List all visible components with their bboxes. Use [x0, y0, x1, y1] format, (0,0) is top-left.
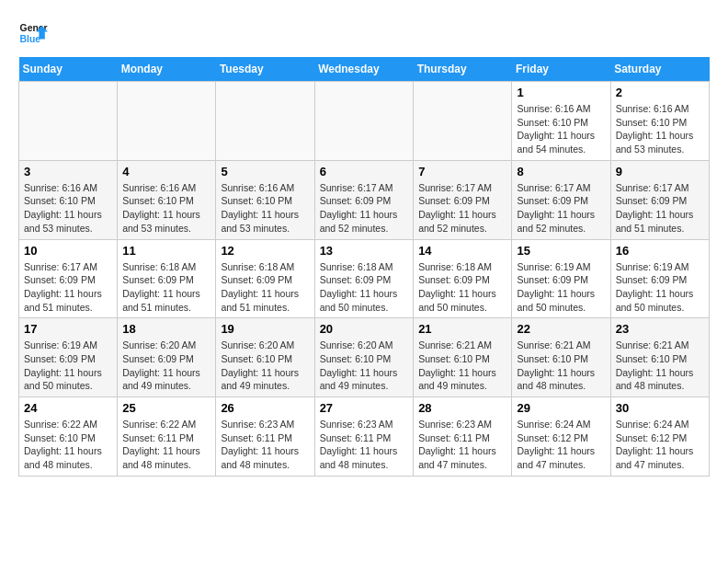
calendar-cell: 19Sunrise: 6:20 AM Sunset: 6:10 PM Dayli… [216, 318, 314, 397]
header-sunday: Sunday [19, 57, 118, 82]
day-number: 20 [320, 322, 409, 336]
day-number: 5 [221, 165, 309, 178]
calendar-cell: 16Sunrise: 6:19 AM Sunset: 6:09 PM Dayli… [610, 239, 709, 318]
calendar-cell [414, 82, 512, 161]
day-info: Sunrise: 6:17 AM Sunset: 6:09 PM Dayligh… [616, 181, 704, 236]
calendar-cell: 23Sunrise: 6:21 AM Sunset: 6:10 PM Dayli… [610, 318, 709, 397]
header-tuesday: Tuesday [216, 57, 314, 82]
calendar-cell: 6Sunrise: 6:17 AM Sunset: 6:09 PM Daylig… [314, 160, 414, 239]
day-number: 6 [320, 165, 409, 178]
page-header: General Blue [18, 18, 710, 48]
calendar-cell: 1Sunrise: 6:16 AM Sunset: 6:10 PM Daylig… [512, 82, 610, 161]
day-info: Sunrise: 6:23 AM Sunset: 6:11 PM Dayligh… [418, 418, 506, 472]
calendar-cell: 13Sunrise: 6:18 AM Sunset: 6:09 PM Dayli… [314, 239, 414, 318]
day-number: 11 [122, 244, 210, 258]
day-number: 16 [616, 244, 704, 258]
day-number: 23 [616, 322, 704, 336]
week-row-1: 1Sunrise: 6:16 AM Sunset: 6:10 PM Daylig… [19, 82, 710, 161]
day-number: 25 [122, 401, 210, 415]
calendar-cell: 5Sunrise: 6:16 AM Sunset: 6:10 PM Daylig… [216, 160, 314, 239]
day-info: Sunrise: 6:21 AM Sunset: 6:10 PM Dayligh… [418, 339, 506, 393]
day-info: Sunrise: 6:23 AM Sunset: 6:11 PM Dayligh… [320, 418, 409, 472]
day-number: 21 [418, 322, 506, 336]
day-info: Sunrise: 6:16 AM Sunset: 6:10 PM Dayligh… [221, 181, 309, 236]
day-info: Sunrise: 6:17 AM Sunset: 6:09 PM Dayligh… [517, 181, 605, 236]
day-number: 30 [616, 401, 704, 415]
calendar-cell [216, 82, 314, 161]
calendar-cell [118, 82, 216, 161]
day-number: 24 [24, 401, 112, 415]
day-info: Sunrise: 6:17 AM Sunset: 6:09 PM Dayligh… [418, 181, 506, 236]
calendar-cell: 4Sunrise: 6:16 AM Sunset: 6:10 PM Daylig… [118, 160, 216, 239]
calendar-cell: 26Sunrise: 6:23 AM Sunset: 6:11 PM Dayli… [216, 397, 314, 477]
day-info: Sunrise: 6:23 AM Sunset: 6:11 PM Dayligh… [221, 418, 309, 472]
day-info: Sunrise: 6:16 AM Sunset: 6:10 PM Dayligh… [517, 102, 605, 156]
calendar-header-row: SundayMondayTuesdayWednesdayThursdayFrid… [19, 57, 710, 82]
calendar-cell: 24Sunrise: 6:22 AM Sunset: 6:10 PM Dayli… [19, 397, 118, 477]
day-info: Sunrise: 6:19 AM Sunset: 6:09 PM Dayligh… [616, 260, 704, 315]
calendar-cell: 30Sunrise: 6:24 AM Sunset: 6:12 PM Dayli… [610, 397, 709, 477]
calendar-cell: 7Sunrise: 6:17 AM Sunset: 6:09 PM Daylig… [414, 160, 512, 239]
day-number: 10 [24, 244, 112, 258]
day-info: Sunrise: 6:18 AM Sunset: 6:09 PM Dayligh… [221, 260, 309, 315]
calendar-cell: 28Sunrise: 6:23 AM Sunset: 6:11 PM Dayli… [414, 397, 512, 477]
day-number: 27 [320, 401, 409, 415]
day-info: Sunrise: 6:20 AM Sunset: 6:10 PM Dayligh… [221, 339, 309, 393]
day-info: Sunrise: 6:20 AM Sunset: 6:09 PM Dayligh… [122, 339, 210, 393]
day-number: 15 [517, 244, 605, 258]
day-number: 4 [122, 165, 210, 178]
calendar-cell: 18Sunrise: 6:20 AM Sunset: 6:09 PM Dayli… [118, 318, 216, 397]
day-info: Sunrise: 6:22 AM Sunset: 6:10 PM Dayligh… [24, 418, 112, 472]
calendar-cell [19, 82, 118, 161]
week-row-2: 3Sunrise: 6:16 AM Sunset: 6:10 PM Daylig… [19, 160, 710, 239]
logo-icon: General Blue [18, 18, 48, 48]
day-info: Sunrise: 6:17 AM Sunset: 6:09 PM Dayligh… [24, 260, 112, 315]
day-number: 9 [616, 165, 704, 178]
calendar-cell: 11Sunrise: 6:18 AM Sunset: 6:09 PM Dayli… [118, 239, 216, 318]
day-info: Sunrise: 6:21 AM Sunset: 6:10 PM Dayligh… [616, 339, 704, 393]
day-info: Sunrise: 6:16 AM Sunset: 6:10 PM Dayligh… [122, 181, 210, 236]
day-info: Sunrise: 6:22 AM Sunset: 6:11 PM Dayligh… [122, 418, 210, 472]
svg-text:Blue: Blue [20, 34, 41, 44]
calendar-cell: 15Sunrise: 6:19 AM Sunset: 6:09 PM Dayli… [512, 239, 610, 318]
day-number: 17 [24, 322, 112, 336]
day-number: 14 [418, 244, 506, 258]
day-info: Sunrise: 6:24 AM Sunset: 6:12 PM Dayligh… [517, 418, 605, 472]
calendar-cell: 20Sunrise: 6:20 AM Sunset: 6:10 PM Dayli… [314, 318, 414, 397]
day-info: Sunrise: 6:24 AM Sunset: 6:12 PM Dayligh… [616, 418, 704, 472]
day-number: 1 [517, 86, 605, 99]
header-monday: Monday [118, 57, 216, 82]
day-number: 12 [221, 244, 309, 258]
day-info: Sunrise: 6:21 AM Sunset: 6:10 PM Dayligh… [517, 339, 605, 393]
week-row-3: 10Sunrise: 6:17 AM Sunset: 6:09 PM Dayli… [19, 239, 710, 318]
day-number: 2 [616, 86, 704, 99]
calendar-cell: 8Sunrise: 6:17 AM Sunset: 6:09 PM Daylig… [512, 160, 610, 239]
day-number: 19 [221, 322, 309, 336]
day-info: Sunrise: 6:19 AM Sunset: 6:09 PM Dayligh… [24, 339, 112, 393]
calendar-cell: 27Sunrise: 6:23 AM Sunset: 6:11 PM Dayli… [314, 397, 414, 477]
day-info: Sunrise: 6:19 AM Sunset: 6:09 PM Dayligh… [517, 260, 605, 315]
calendar-cell [314, 82, 414, 161]
calendar-cell: 25Sunrise: 6:22 AM Sunset: 6:11 PM Dayli… [118, 397, 216, 477]
logo: General Blue [18, 18, 51, 48]
calendar-cell: 22Sunrise: 6:21 AM Sunset: 6:10 PM Dayli… [512, 318, 610, 397]
calendar-cell: 2Sunrise: 6:16 AM Sunset: 6:10 PM Daylig… [610, 82, 709, 161]
day-number: 29 [517, 401, 605, 415]
calendar-cell: 21Sunrise: 6:21 AM Sunset: 6:10 PM Dayli… [414, 318, 512, 397]
calendar-cell: 29Sunrise: 6:24 AM Sunset: 6:12 PM Dayli… [512, 397, 610, 477]
calendar-cell: 3Sunrise: 6:16 AM Sunset: 6:10 PM Daylig… [19, 160, 118, 239]
week-row-4: 17Sunrise: 6:19 AM Sunset: 6:09 PM Dayli… [19, 318, 710, 397]
header-friday: Friday [512, 57, 610, 82]
header-wednesday: Wednesday [314, 57, 414, 82]
day-number: 3 [24, 165, 112, 178]
day-info: Sunrise: 6:18 AM Sunset: 6:09 PM Dayligh… [122, 260, 210, 315]
day-number: 7 [418, 165, 506, 178]
day-number: 18 [122, 322, 210, 336]
day-number: 26 [221, 401, 309, 415]
day-number: 28 [418, 401, 506, 415]
calendar-cell: 12Sunrise: 6:18 AM Sunset: 6:09 PM Dayli… [216, 239, 314, 318]
day-info: Sunrise: 6:16 AM Sunset: 6:10 PM Dayligh… [24, 181, 112, 236]
calendar-cell: 10Sunrise: 6:17 AM Sunset: 6:09 PM Dayli… [19, 239, 118, 318]
calendar-table: SundayMondayTuesdayWednesdayThursdayFrid… [18, 57, 710, 477]
day-info: Sunrise: 6:18 AM Sunset: 6:09 PM Dayligh… [320, 260, 409, 315]
